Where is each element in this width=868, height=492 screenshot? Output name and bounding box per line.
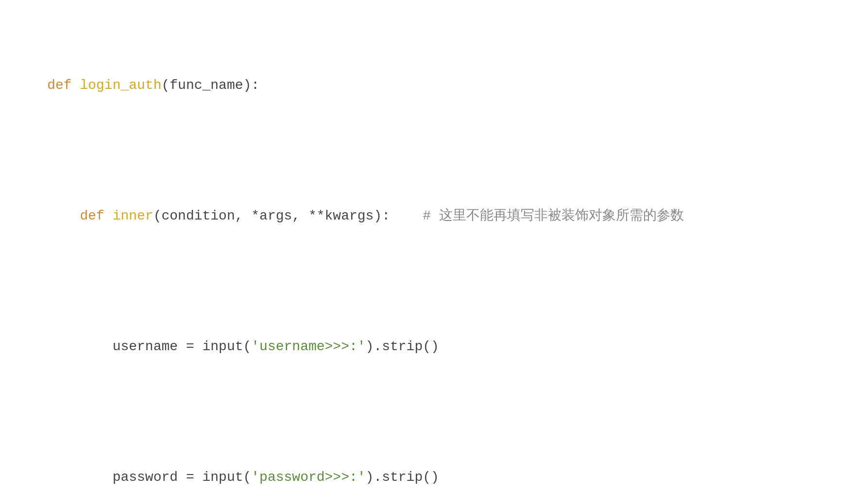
- builtin-input-1: input(: [202, 339, 251, 354]
- indent-1: [47, 208, 80, 223]
- close-input-1: ).strip(): [366, 339, 439, 354]
- var-username: username: [113, 339, 186, 354]
- func-name-login-auth: login_auth: [80, 78, 161, 93]
- keyword-def: def: [47, 78, 80, 93]
- paren-close-colon: ):: [243, 78, 260, 93]
- builtin-input-2: input(: [202, 470, 251, 485]
- code-line-2: def inner(condition, *args, **kwargs): #…: [15, 184, 853, 249]
- paren-open: (: [161, 78, 170, 93]
- string-username: 'username>>>:': [251, 339, 365, 354]
- close-input-2: ).strip(): [366, 470, 439, 485]
- indent-2: [47, 339, 112, 354]
- inner-params: (condition, *args, **kwargs):: [153, 208, 423, 223]
- var-password: password: [113, 470, 186, 485]
- code-line-1: def login_auth(func_name):: [15, 53, 853, 119]
- func-name-inner: inner: [113, 208, 153, 223]
- code-line-3: username = input('username>>>:').strip(): [15, 314, 853, 379]
- code-line-4: password = input('password>>>:').strip(): [15, 445, 853, 492]
- indent-3: [47, 470, 112, 485]
- string-password: 'password>>>:': [251, 470, 365, 485]
- param-func-name: func_name: [170, 78, 243, 93]
- keyword-def-2: def: [80, 208, 112, 223]
- op-eq2: =: [186, 470, 203, 485]
- comment-1: # 这里不能再填写非被装饰对象所需的参数: [423, 208, 684, 223]
- code-editor: def login_auth(func_name): def inner(con…: [15, 10, 853, 492]
- op-eq1: =: [186, 339, 203, 354]
